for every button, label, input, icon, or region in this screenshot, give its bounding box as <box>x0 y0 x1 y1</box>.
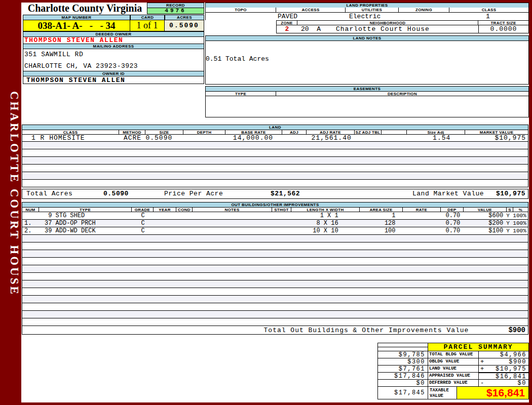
appraised-value: $16,841 <box>487 373 528 379</box>
price-per-acre-value: $21,562 <box>271 189 300 198</box>
topo-header: TOPO <box>205 8 276 13</box>
ob-type: 37 ADD-OP PRCH <box>40 220 132 227</box>
ob-dep: 0.70 <box>440 212 463 219</box>
prior-land: $7,761 <box>377 365 428 373</box>
empty-row <box>22 311 528 318</box>
neighborhood-header: NEIGHBORHOOD <box>297 20 478 25</box>
ob-s-comp: Y 100% <box>506 220 528 227</box>
empty-row <box>22 157 528 165</box>
land-notes-text: 0.51 Total Acres <box>206 55 528 63</box>
op: + <box>479 366 487 372</box>
ob-dep: 0.70 <box>440 227 463 234</box>
card-value: 1 of 1 <box>130 20 165 31</box>
land-size-adj: 1.54 <box>407 135 465 141</box>
ob-length-width: 10 X 10 <box>291 227 360 234</box>
ob-area-size: 100 <box>360 227 403 234</box>
zone-value: 2 <box>276 25 297 33</box>
address-line-1: 351 SAWMILL RD <box>24 51 204 58</box>
ob-col-sthgt: STHGT <box>272 207 291 212</box>
ob-area-size: 1 <box>360 212 403 219</box>
ob-sthgt <box>272 220 291 227</box>
owner-block: Charlotte County Virginia Commissioner o… <box>23 3 204 84</box>
ob-type: 39 ADD-WD DECK <box>40 227 132 234</box>
acres-value: 0.5090 <box>165 20 204 31</box>
land-properties-block: LAND PROPERTIES TOPO ACCESS UTILITIES ZO… <box>205 3 529 117</box>
prior-taxable: $17,845 <box>377 386 428 399</box>
prior-appraised: $17,846 <box>377 372 428 380</box>
land-col-sz-adj-tbl: SZ ADJ TBL <box>355 130 382 135</box>
tract-size-value: 0.0000 <box>478 25 529 33</box>
op <box>479 373 487 379</box>
ob-s-comp: Y 100% <box>506 212 528 219</box>
op <box>479 351 487 358</box>
ob-rate <box>403 227 441 234</box>
empty-row <box>22 288 528 296</box>
empty-row <box>22 149 528 157</box>
neighborhood-name: Charlotte Court House <box>336 25 430 33</box>
land-market-value-total: $10,975 <box>496 189 525 198</box>
ob-num: 1. <box>22 220 40 227</box>
empty-row <box>22 273 528 280</box>
ob-type: 9 STG SHED <box>40 212 132 219</box>
summary-prior-header-cells <box>377 343 428 351</box>
empty-row <box>22 265 528 273</box>
empty-row <box>22 258 528 265</box>
empty-row <box>22 235 528 242</box>
ob-col-area-size: AREA SIZE <box>360 207 403 212</box>
ob-col-dep: DEP <box>441 207 464 212</box>
neighborhood-code: 20 A <box>301 25 321 33</box>
ob-grade: C <box>132 227 154 234</box>
land-value-label: LAND VALUE <box>428 365 479 373</box>
ob-col-grade: GRADE <box>132 207 154 212</box>
ob-value: $200 <box>463 220 506 227</box>
total-bldg-value: $4,966 <box>487 351 528 358</box>
total-bldg-label: TOTAL BLDG VALUE <box>428 351 479 358</box>
ob-col-rate: RATE <box>403 207 441 212</box>
ob-grade: C <box>132 220 154 227</box>
property-record-card: Charlotte County Virginia Commissioner o… <box>21 3 529 402</box>
out-buildings-total-label: Total Out Buildings & Other Improvements… <box>264 327 469 334</box>
easement-type-header: TYPE <box>205 91 276 96</box>
ob-col-s: S <box>507 207 513 212</box>
tract-size-header: TRACT SIZE <box>478 20 529 25</box>
prior-total-bldg: $9,785 <box>377 351 428 358</box>
sidebar-vertical-title: CHARLOTTE COURT HOUSE <box>3 91 21 314</box>
land-col-depth: DEPTH <box>183 130 225 135</box>
empty-row <box>22 242 528 250</box>
class-value: 1 <box>486 13 490 20</box>
land-col-adj: ADJ <box>282 130 307 135</box>
summary-row: $0 DEFERRED VALUE -$0 <box>377 379 529 387</box>
ob-year <box>154 227 176 234</box>
mailing-address-box: 351 SAWMILL RD CHARLOTTE CH, VA 23923-39… <box>23 49 204 71</box>
utilities-value: Electric <box>349 13 381 20</box>
summary-row: $9,785 TOTAL BLDG VALUE $4,966 <box>377 351 529 358</box>
summary-row: $7,761 LAND VALUE +$10,975 <box>377 365 529 373</box>
land-market-value-label: Land Market Value <box>412 189 484 198</box>
utilities-header: UTILITIES <box>346 8 399 13</box>
out-buildings-table: OUT BUILDINGS/OTHER IMPROVEMENTS NUM TYP… <box>22 202 528 326</box>
ob-notes <box>193 220 272 227</box>
land-empty-rows <box>22 142 528 187</box>
ob-notes <box>193 227 272 234</box>
ob-cond <box>176 227 193 234</box>
prior-deferred: $0 <box>377 379 428 387</box>
map-number-value: 038-A1- A- - - 34 <box>23 20 130 31</box>
access-header: ACCESS <box>276 8 346 13</box>
land-depth <box>183 135 225 141</box>
out-buildings-total-row: Total Out Buildings & Other Improvements… <box>22 326 528 335</box>
ob-area-size: 128 <box>360 220 403 227</box>
class-header: CLASS <box>449 8 529 13</box>
ob-col-comp: % COMP <box>513 207 528 212</box>
land-method: ACRE <box>120 135 146 141</box>
obldg-value: $900 <box>487 358 528 365</box>
out-buildings-total-value: $900 <box>508 326 525 334</box>
land-value-value: $10,975 <box>487 366 528 372</box>
ob-num: 2. <box>22 227 40 234</box>
land-base-rate: 14,000.00 <box>225 135 282 141</box>
land-size: 0.5090 <box>145 135 183 141</box>
deferred-value: $0 <box>487 380 528 386</box>
land-sz-adj-tbl <box>355 135 382 141</box>
owner-id-value: THOMPSON STEVEN ALLEN <box>23 76 204 84</box>
ob-value: $600 <box>463 212 506 219</box>
taxable-row: $17,845 TAXABLE VALUE $16,841 <box>377 386 529 399</box>
